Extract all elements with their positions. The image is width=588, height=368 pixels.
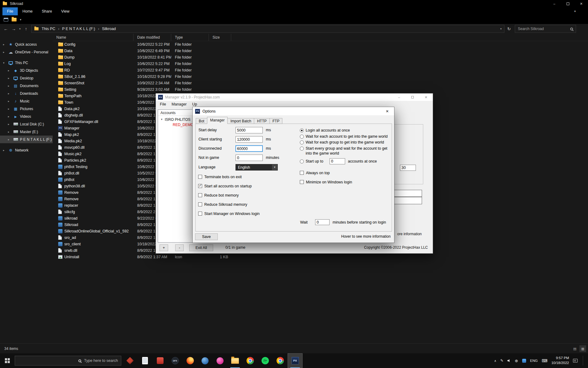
- sidebar-item-master-e-[interactable]: Master (E:): [0, 128, 53, 136]
- options-tab-import-batch[interactable]: Import Batch: [227, 118, 254, 124]
- sidebar-item-3d-objects[interactable]: 3D Objects: [0, 67, 53, 74]
- thumbnails-view-icon[interactable]: ▦: [579, 345, 586, 352]
- breadcrumb-item[interactable]: This PC: [42, 27, 55, 31]
- file-row-rd[interactable]: RD 10/7/2022 9:47 PM File folder: [53, 67, 588, 73]
- ribbon-expand-icon[interactable]: ▾: [574, 7, 576, 15]
- maximize-button[interactable]: [561, 0, 575, 7]
- menu-item-file[interactable]: File: [157, 102, 169, 106]
- system-window-icon[interactable]: [4, 18, 8, 21]
- address-bar[interactable]: This PC P E N T A K L L (F:) Silkroad ▾: [31, 25, 504, 33]
- sidebar-item-onedrive-personal[interactable]: OneDrive - Personal: [0, 48, 53, 56]
- sidebar-item-p-e-n-t-a-k-l-l-f-[interactable]: P E N T A K L L (F:): [0, 136, 53, 143]
- expander-icon[interactable]: [8, 100, 12, 103]
- ribbon-tab-home[interactable]: Home: [18, 7, 37, 15]
- expander-icon[interactable]: [3, 43, 7, 46]
- explorer-titlebar[interactable]: Silkroad – ✕: [0, 0, 588, 7]
- details-view-icon[interactable]: ▤: [571, 345, 578, 352]
- taskbar-app-blue-app[interactable]: [198, 353, 213, 368]
- manager-minimize-button[interactable]: –: [392, 94, 406, 101]
- exit-all-button[interactable]: Exit All: [189, 244, 213, 251]
- menu-item-manager[interactable]: Manager: [169, 102, 189, 106]
- file-row-dump[interactable]: Dump 10/18/2022 8:41 PM File folder: [53, 54, 588, 60]
- network-icon[interactable]: [515, 358, 518, 363]
- options-tab-manager[interactable]: Manager: [207, 117, 228, 124]
- options-tab-http[interactable]: HTTP: [254, 118, 270, 124]
- menu-item-up[interactable]: Up: [190, 102, 200, 106]
- expander-icon[interactable]: [8, 69, 12, 72]
- sidebar-item-documents[interactable]: Documents: [0, 82, 53, 90]
- manager-close-button[interactable]: ✕: [419, 94, 433, 101]
- taskbar-app-chrome[interactable]: [243, 353, 258, 368]
- option-checkbox-minimize-on-windows-login[interactable]: Minimize on Windows login: [300, 180, 352, 185]
- wait-input[interactable]: [315, 219, 330, 225]
- volume-icon[interactable]: [507, 359, 511, 362]
- taskbar-app-dfx-audio[interactable]: [168, 353, 183, 368]
- expander-icon[interactable]: [8, 107, 12, 110]
- expander-icon[interactable]: [8, 84, 12, 87]
- options-tab-ftp[interactable]: FTP: [270, 118, 283, 124]
- show-desktop-button[interactable]: [583, 356, 584, 365]
- taskbar-app-notepad[interactable]: [138, 353, 153, 368]
- sidebar-item-local-disk-c-[interactable]: Local Disk (C:): [0, 120, 53, 128]
- sidebar-item-network[interactable]: Network: [0, 146, 53, 154]
- pen-icon[interactable]: [500, 358, 503, 363]
- tray-expand-icon[interactable]: ∧: [494, 359, 496, 362]
- explorer-search-box[interactable]: Search Silkroad: [515, 25, 576, 33]
- refresh-button[interactable]: ↻: [504, 26, 514, 31]
- expander-icon[interactable]: [8, 77, 12, 80]
- expander-icon[interactable]: [8, 138, 12, 141]
- taskbar-app-spotify[interactable]: [258, 353, 273, 368]
- file-row-config[interactable]: Config 10/6/2022 5:22 PM File folder: [53, 41, 588, 48]
- file-row-log[interactable]: Log 10/6/2022 5:22 PM File folder: [53, 60, 588, 67]
- expander-icon[interactable]: [8, 130, 12, 133]
- sidebar-item-pictures[interactable]: Pictures: [0, 105, 53, 113]
- up-button[interactable]: ↑: [22, 26, 30, 31]
- language-indicator[interactable]: ENG: [530, 359, 538, 362]
- taskbar-app-game-client[interactable]: [123, 353, 138, 368]
- expander-icon[interactable]: [3, 61, 7, 64]
- sidebar-item-music[interactable]: Music: [0, 97, 53, 105]
- qat-customize-icon[interactable]: ▾: [20, 18, 21, 21]
- sidebar-item-this-pc[interactable]: This PC: [0, 59, 53, 67]
- sidebar-item-quick-access[interactable]: Quick access: [0, 40, 53, 48]
- minimize-button[interactable]: –: [548, 0, 561, 7]
- tree-collapse-icon[interactable]: ▼: [160, 118, 165, 121]
- recent-locations-icon[interactable]: ▾: [18, 27, 22, 30]
- breadcrumb-item[interactable]: P E N T A K L L (F:): [55, 27, 95, 31]
- ribbon-tab-view[interactable]: View: [57, 7, 74, 15]
- ribbon-tab-share[interactable]: Share: [37, 7, 57, 15]
- expander-icon[interactable]: [3, 51, 7, 54]
- tray-app-icon[interactable]: [522, 359, 526, 363]
- notification-center-icon[interactable]: [573, 359, 578, 362]
- sidebar-item-videos[interactable]: Videos: [0, 113, 53, 120]
- file-row-screenshot[interactable]: ScreenShot 10/9/2022 2:34 AM File folder: [53, 80, 588, 86]
- expander-icon[interactable]: [8, 92, 12, 95]
- touch-keyboard-icon[interactable]: [542, 358, 548, 363]
- expander-icon[interactable]: [8, 115, 12, 118]
- column-header-type[interactable]: Type: [171, 34, 209, 41]
- taskbar-app-pink-app[interactable]: [213, 353, 228, 368]
- taskbar-search-box[interactable]: Type here to search: [15, 356, 121, 366]
- file-row-data[interactable]: Data 10/6/2022 6:49 PM File folder: [53, 48, 588, 54]
- expander-icon[interactable]: [3, 149, 7, 152]
- save-button[interactable]: Save: [195, 233, 218, 240]
- close-button[interactable]: ✕: [575, 0, 588, 7]
- add-account-button[interactable]: +: [160, 244, 168, 251]
- file-row-sbot-2-1-86[interactable]: SBot_2.1.86 10/16/2022 9:28 PM File fold…: [53, 73, 588, 80]
- file-row-uninstall[interactable]: UnInstall 8/9/2022 1:37 AM Icon 1 KB: [53, 254, 588, 260]
- option-checkbox-always-on-top[interactable]: Always on top: [300, 171, 330, 175]
- manager-maximize-button[interactable]: [406, 94, 419, 101]
- expander-icon[interactable]: [8, 123, 12, 126]
- options-tab-bot[interactable]: Bot: [196, 118, 207, 124]
- taskbar-app-file-explorer[interactable]: [228, 353, 243, 368]
- back-button[interactable]: ←: [2, 26, 10, 31]
- folder-shortcut-icon[interactable]: [12, 18, 17, 21]
- remove-account-button[interactable]: -: [175, 244, 184, 251]
- clock[interactable]: 9:57 PM 10/18/2022: [551, 356, 569, 365]
- forward-button[interactable]: →: [10, 26, 18, 31]
- ribbon-tab-file[interactable]: File: [2, 7, 18, 15]
- file-row-setting[interactable]: Setting 9/28/2022 3:02 AM File folder: [53, 86, 588, 93]
- sidebar-item-desktop[interactable]: Desktop: [0, 74, 53, 82]
- taskbar-app-projecthax-manager[interactable]: [288, 353, 303, 368]
- taskbar-app-red-app[interactable]: [153, 353, 168, 368]
